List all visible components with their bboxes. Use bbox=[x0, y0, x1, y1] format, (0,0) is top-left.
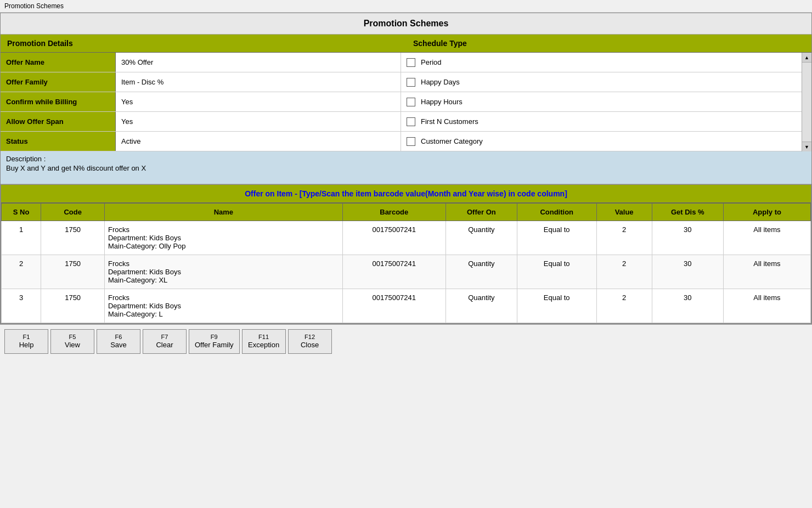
table-cell-0-6: 2 bbox=[596, 221, 652, 255]
main-panel: Promotion Schemes Promotion Details Sche… bbox=[0, 13, 812, 324]
table-cell-0-0: 1 bbox=[2, 221, 41, 255]
table-cell-0-8: All items bbox=[723, 221, 810, 255]
table-cell-2-8: All items bbox=[723, 289, 810, 323]
form-value-3: Yes bbox=[116, 112, 401, 131]
form-rows-main: Offer Name 30% Offer Period Offer Family… bbox=[1, 53, 802, 151]
offer-table-title: Offer on Item - [Type/Scan the item barc… bbox=[1, 185, 811, 203]
table-cell-2-0: 3 bbox=[2, 289, 41, 323]
footer-button-exception[interactable]: F11Exception bbox=[242, 329, 286, 354]
th-apply-to: Apply to bbox=[723, 204, 810, 221]
section-header-schedule-type: Schedule Type bbox=[407, 35, 811, 52]
form-value-1: Item - Disc % bbox=[116, 72, 401, 92]
table-cell-0-3: 00175007241 bbox=[342, 221, 446, 255]
table-cell-2-5: Equal to bbox=[517, 289, 596, 323]
scroll-up-button[interactable]: ▲ bbox=[802, 53, 811, 63]
th-condition: Condition bbox=[517, 204, 596, 221]
th-value: Value bbox=[596, 204, 652, 221]
table-cell-2-7: 30 bbox=[652, 289, 723, 323]
table-cell-1-5: Equal to bbox=[517, 255, 596, 289]
schedule-checkbox-2[interactable] bbox=[407, 98, 415, 106]
form-row: Offer Name 30% Offer Period bbox=[1, 53, 802, 72]
footer-buttons: F1HelpF5ViewF6SaveF7ClearF9Offer FamilyF… bbox=[0, 324, 812, 358]
footer-button-save[interactable]: F6Save bbox=[97, 329, 140, 354]
schedule-cell-1: Happy Days bbox=[401, 72, 802, 92]
table-cell-1-0: 2 bbox=[2, 255, 41, 289]
form-label-1: Offer Family bbox=[1, 72, 116, 92]
th-code: Code bbox=[41, 204, 105, 221]
table-cell-0-4: Quantity bbox=[446, 221, 517, 255]
form-row: Allow Offer Span Yes First N Customers bbox=[1, 112, 802, 132]
form-label-0: Offer Name bbox=[1, 53, 116, 72]
description-text: Buy X and Y and get N% discount offer on… bbox=[6, 164, 806, 172]
schedule-checkbox-3[interactable] bbox=[407, 117, 415, 126]
table-cell-1-1: 1750 bbox=[41, 255, 105, 289]
th-get-dis-%: Get Dis % bbox=[652, 204, 723, 221]
form-rows-container: Offer Name 30% Offer Period Offer Family… bbox=[1, 53, 811, 151]
description-area: Description : Buy X and Y and get N% dis… bbox=[1, 151, 811, 184]
th-barcode: Barcode bbox=[342, 204, 446, 221]
table-cell-0-2: FrocksDepartment: Kids BoysMain-Category… bbox=[104, 221, 342, 255]
table-cell-2-1: 1750 bbox=[41, 289, 105, 323]
table-cell-1-2: FrocksDepartment: Kids BoysMain-Category… bbox=[104, 255, 342, 289]
offer-table-container: Offer on Item - [Type/Scan the item barc… bbox=[1, 184, 811, 324]
form-value-4: Active bbox=[116, 132, 401, 151]
table-row: 11750FrocksDepartment: Kids BoysMain-Cat… bbox=[2, 221, 811, 255]
schedule-label-0: Period bbox=[421, 58, 796, 66]
offer-table: S NoCodeNameBarcodeOffer OnConditionValu… bbox=[1, 203, 811, 323]
footer-button-help[interactable]: F1Help bbox=[4, 329, 48, 354]
schedule-label-3: First N Customers bbox=[421, 117, 796, 126]
table-row: 21750FrocksDepartment: Kids BoysMain-Cat… bbox=[2, 255, 811, 289]
table-cell-1-3: 00175007241 bbox=[342, 255, 446, 289]
section-header-promotion-details: Promotion Details bbox=[1, 35, 407, 52]
scrollbar: ▲ ▼ bbox=[802, 53, 811, 151]
form-label-4: Status bbox=[1, 132, 116, 151]
table-cell-2-3: 00175007241 bbox=[342, 289, 446, 323]
table-row: 31750FrocksDepartment: Kids BoysMain-Cat… bbox=[2, 289, 811, 323]
form-label-3: Allow Offer Span bbox=[1, 112, 116, 131]
footer-button-view[interactable]: F5View bbox=[50, 329, 94, 354]
footer-button-offer-family[interactable]: F9Offer Family bbox=[189, 329, 240, 354]
form-row: Status Active Customer Category bbox=[1, 132, 802, 151]
table-cell-0-7: 30 bbox=[652, 221, 723, 255]
table-cell-1-4: Quantity bbox=[446, 255, 517, 289]
form-label-2: Confirm while Billing bbox=[1, 92, 116, 111]
table-cell-1-6: 2 bbox=[596, 255, 652, 289]
panel-title: Promotion Schemes bbox=[1, 13, 811, 35]
table-cell-2-2: FrocksDepartment: Kids BoysMain-Category… bbox=[104, 289, 342, 323]
table-cell-1-8: All items bbox=[723, 255, 810, 289]
form-value-2: Yes bbox=[116, 92, 401, 111]
table-cell-2-6: 2 bbox=[596, 289, 652, 323]
schedule-cell-4: Customer Category bbox=[401, 132, 802, 151]
table-cell-0-1: 1750 bbox=[41, 221, 105, 255]
schedule-label-1: Happy Days bbox=[421, 78, 796, 86]
form-value-0: 30% Offer bbox=[116, 53, 401, 72]
schedule-cell-0: Period bbox=[401, 53, 802, 72]
table-cell-0-5: Equal to bbox=[517, 221, 596, 255]
schedule-cell-2: Happy Hours bbox=[401, 92, 802, 111]
schedule-label-4: Customer Category bbox=[421, 137, 796, 145]
form-row: Offer Family Item - Disc % Happy Days bbox=[1, 72, 802, 92]
schedule-checkbox-0[interactable] bbox=[407, 58, 415, 67]
schedule-checkbox-1[interactable] bbox=[407, 78, 415, 87]
th-offer-on: Offer On bbox=[446, 204, 517, 221]
window-title: Promotion Schemes bbox=[0, 0, 812, 13]
th-name: Name bbox=[104, 204, 342, 221]
table-cell-2-4: Quantity bbox=[446, 289, 517, 323]
description-label: Description : bbox=[6, 155, 806, 163]
section-headers: Promotion Details Schedule Type bbox=[1, 35, 811, 53]
schedule-checkbox-4[interactable] bbox=[407, 137, 415, 146]
footer-button-clear[interactable]: F7Clear bbox=[143, 329, 187, 354]
footer-button-close[interactable]: F12Close bbox=[288, 329, 332, 354]
form-row: Confirm while Billing Yes Happy Hours bbox=[1, 92, 802, 112]
th-s-no: S No bbox=[2, 204, 41, 221]
schedule-cell-3: First N Customers bbox=[401, 112, 802, 131]
scroll-down-button[interactable]: ▼ bbox=[802, 142, 811, 151]
schedule-label-2: Happy Hours bbox=[421, 98, 796, 106]
table-cell-1-7: 30 bbox=[652, 255, 723, 289]
